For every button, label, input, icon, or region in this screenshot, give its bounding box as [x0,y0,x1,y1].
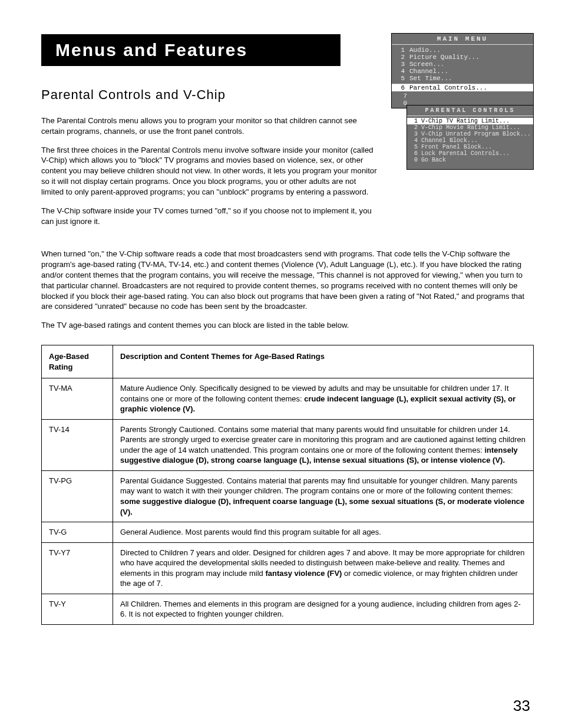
table-row: TV-Y All Children. Themes and elements i… [42,594,534,624]
body-paragraph: When turned "on," the V-Chip software re… [41,249,534,312]
osd-item: 1Audio... [392,47,533,54]
osd-main-menu: MAIN MENU 1Audio... 2Picture Quality... … [391,33,534,108]
table-header: Description and Content Themes for Age-B… [113,345,534,378]
rating-cell: TV-PG [42,470,113,522]
osd-sub-title: PARENTAL CONTROLS [407,106,533,116]
desc-cell: General Audience. Most parents would fin… [113,522,534,543]
rating-cell: TV-G [42,522,113,543]
osd-sub-item: 4Channel Block... [407,137,533,144]
body-paragraph: The V-Chip software inside your TV comes… [41,206,381,227]
desc-cell: Directed to Children 7 years and older. … [113,542,534,594]
desc-cell: Mature Audience Only. Specifically desig… [113,378,534,420]
osd-item-selected: 6Parental Controls... [392,84,533,91]
rating-cell: TV-Y7 [42,542,113,594]
osd-item: 2Picture Quality... [392,54,533,61]
desc-cell: All Children. Themes and elements in thi… [113,594,534,624]
rating-cell: TV-Y [42,594,113,624]
body-paragraph: The TV age-based ratings and content the… [41,320,534,331]
osd-item: 7 [394,93,531,100]
rating-cell: TV-14 [42,419,113,470]
osd-sub-item: 2V-Chip Movie Rating Limit... [407,124,533,131]
rating-cell: TV-MA [42,378,113,420]
osd-item: 3Screen... [392,61,533,68]
osd-sub-item: 0Go Back [407,157,533,163]
body-paragraph: The first three choices in the Parental … [41,145,381,197]
manual-page: Menus and Features Parental Controls and… [0,0,562,728]
table-header: Age-Based Rating [42,345,113,378]
desc-cell: Parental Guidance Suggested. Contains ma… [113,470,534,522]
osd-sub-item: 3V-Chip Unrated Program Block... [407,131,533,137]
table-row: TV-Y7 Directed to Children 7 years and o… [42,542,534,594]
desc-cell: Parents Strongly Cautioned. Contains som… [113,419,534,470]
table-row: TV-PG Parental Guidance Suggested. Conta… [42,470,534,522]
ratings-table: Age-Based Rating Description and Content… [41,345,534,625]
table-row: TV-G General Audience. Most parents woul… [42,522,534,543]
table-row: TV-MA Mature Audience Only. Specifically… [42,378,534,420]
osd-sub-item: 6Lock Parental Controls... [407,150,533,157]
table-row: TV-14 Parents Strongly Cautioned. Contai… [42,419,534,470]
osd-item: 4Channel... [392,68,533,75]
osd-sub-item: 5Front Panel Block... [407,144,533,150]
osd-sub-item-selected: 1V-Chip TV Rating Limit... [407,118,533,124]
chapter-banner: Menus and Features [41,34,340,66]
body-paragraph: The Parental Controls menu allows you to… [41,116,381,137]
osd-main-title: MAIN MENU [392,34,533,44]
section-title: Parental Controls and V-Chip [41,87,381,103]
page-number: 33 [513,697,530,715]
osd-parental-menu: PARENTAL CONTROLS 1V-Chip TV Rating Limi… [406,105,534,170]
osd-item: 5Set Time... [392,75,533,82]
